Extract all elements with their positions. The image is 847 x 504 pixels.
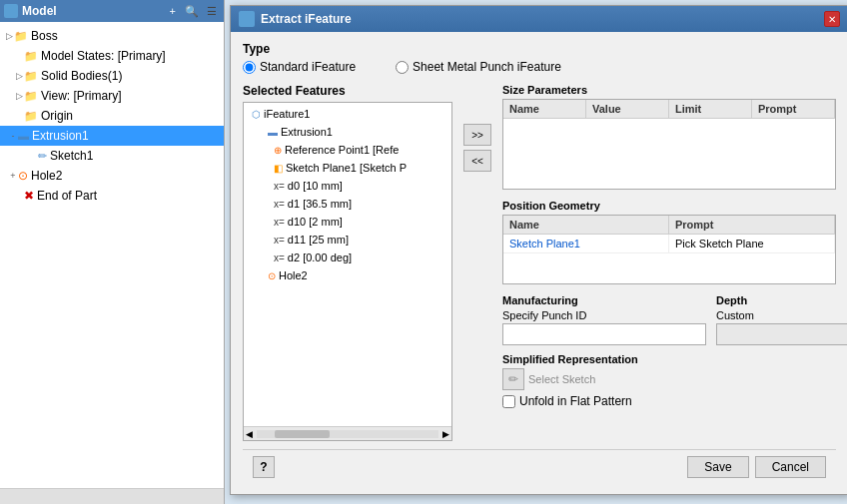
features-scrollbar[interactable]: ◀ ▶	[244, 426, 451, 440]
feat-label-d11: d11 [25 mm]	[288, 234, 349, 246]
feat-d10[interactable]: x= d10 [2 mm]	[246, 213, 449, 231]
cancel-button[interactable]: Cancel	[755, 456, 826, 478]
standard-label: Standard iFeature	[260, 60, 356, 74]
type-row: Standard iFeature Sheet Metal Punch iFea…	[243, 60, 836, 74]
feat-label-d0: d0 [10 mm]	[288, 180, 343, 192]
extract-ifeature-dialog: Extract iFeature ✕ Type Standard iFeatur…	[230, 5, 847, 495]
select-sketch-button[interactable]: ✏	[502, 368, 524, 390]
expand-solid-bodies[interactable]: ▷	[14, 71, 24, 81]
tree-item-view[interactable]: ▷ 📁 View: [Primary]	[0, 86, 224, 106]
feat-label-d2: d2 [0.00 deg]	[288, 252, 352, 263]
pos-col-name: Name	[503, 216, 669, 234]
scroll-right-btn[interactable]: ▶	[442, 429, 451, 439]
add-tab-btn[interactable]: +	[170, 5, 176, 17]
tree-item-extrusion1[interactable]: - ▬ Extrusion1	[0, 126, 224, 146]
feat-sketchplane1[interactable]: ◧ Sketch Plane1 [Sketch P	[246, 159, 449, 177]
tree-item-sketch1[interactable]: ✏ Sketch1	[0, 146, 224, 166]
tree-label-solid-bodies: Solid Bodies(1)	[41, 69, 122, 83]
sketch-icon-sketch1: ✏	[38, 150, 47, 163]
size-params-label: Size Parameters	[502, 84, 836, 96]
size-params-header: Name Value Limit Prompt	[503, 100, 835, 119]
feat-ifeature1[interactable]: ⬡ iFeature1	[246, 105, 449, 123]
close-button[interactable]: ✕	[824, 11, 840, 27]
standard-radio[interactable]	[243, 61, 256, 74]
tree-label-sketch1: Sketch1	[50, 149, 93, 163]
pos-name-sketchplane1: Sketch Plane1	[503, 235, 669, 252]
feat-label-sketchplane1: Sketch Plane1 [Sketch P	[286, 162, 407, 174]
feat-label-d10: d10 [2 mm]	[288, 216, 343, 228]
select-sketch-icon: ✏	[508, 372, 518, 386]
feat-extrusion1[interactable]: ▬ Extrusion1	[246, 123, 449, 141]
extrusion-icon: ▬	[268, 127, 278, 138]
punch-id-input[interactable]	[502, 323, 706, 345]
size-params-body	[503, 119, 835, 189]
simplified-section: Simplified Representation ✏ Select Sketc…	[502, 353, 706, 408]
col-name: Name	[503, 100, 586, 118]
position-geo-panel: Name Prompt Sketch Plane1 Pick Sketch Pl…	[502, 215, 836, 284]
tree-label-hole2: Hole2	[31, 169, 62, 183]
feat-hole2[interactable]: ⊙ Hole2	[246, 266, 449, 284]
tree-item-hole2[interactable]: + ⊙ Hole2	[0, 166, 224, 186]
feat-label-refpoint1: Reference Point1 [Refe	[285, 144, 399, 156]
expand-extrusion1[interactable]: -	[8, 131, 18, 141]
depth-value-label: Custom	[716, 309, 836, 321]
tree-item-solid-bodies[interactable]: ▷ 📁 Solid Bodies(1)	[0, 66, 224, 86]
tree-item-boss[interactable]: ▷ 📁 Boss	[0, 26, 224, 46]
col-value: Value	[586, 100, 669, 118]
expand-hole2[interactable]: +	[8, 171, 18, 181]
tree-item-origin[interactable]: 📁 Origin	[0, 106, 224, 126]
folder-icon-origin: 📁	[24, 110, 38, 123]
feat-d11[interactable]: x= d11 [25 mm]	[246, 231, 449, 249]
standard-option[interactable]: Standard iFeature	[243, 60, 356, 74]
folder-icon-solid-bodies: 📁	[24, 70, 38, 83]
feature-icon-extrusion1: ▬	[18, 130, 29, 142]
remove-arrow-button[interactable]: <<	[463, 150, 491, 172]
model-tree-panel: Model + 🔍 ☰ ▷ 📁 Boss 📁 Model States: [Pr…	[0, 0, 225, 504]
param-icon-d10: x=	[274, 217, 285, 228]
menu-icon[interactable]: ☰	[204, 3, 220, 19]
selected-features-col: Selected Features ⬡ iFeature1 ▬	[243, 84, 452, 441]
feat-d2[interactable]: x= d2 [0.00 deg]	[246, 249, 449, 266]
scroll-thumb	[275, 430, 330, 438]
features-tree[interactable]: ⬡ iFeature1 ▬ Extrusion1 ⊕ Reference	[244, 103, 451, 426]
main-content: Selected Features ⬡ iFeature1 ▬	[243, 84, 836, 441]
feat-label-d1: d1 [36.5 mm]	[288, 198, 352, 210]
depth-section: Depth Custom ▶	[716, 294, 836, 408]
tree-scrollbar[interactable]	[0, 488, 224, 504]
unfold-checkbox[interactable]	[502, 395, 515, 408]
sheet-metal-radio[interactable]	[396, 61, 409, 74]
sheet-metal-option[interactable]: Sheet Metal Punch iFeature	[396, 60, 561, 74]
dialog-title: Extract iFeature	[261, 12, 824, 26]
model-tree: ▷ 📁 Boss 📁 Model States: [Primary] ▷ 📁 S…	[0, 22, 224, 488]
sketchplane-icon: ◧	[274, 163, 283, 174]
expand-view[interactable]: ▷	[14, 91, 24, 101]
feat-label-hole2: Hole2	[279, 269, 308, 281]
help-button[interactable]: ?	[253, 456, 275, 478]
save-button[interactable]: Save	[687, 456, 748, 478]
dialog-footer: ? Save Cancel	[243, 449, 836, 484]
search-icon[interactable]: 🔍	[184, 3, 200, 19]
size-params-panel: Name Value Limit Prompt	[502, 99, 836, 190]
feat-d0[interactable]: x= d0 [10 mm]	[246, 177, 449, 195]
col-limit: Limit	[669, 100, 752, 118]
depth-input[interactable]	[716, 323, 847, 345]
feat-label-ifeature1: iFeature1	[264, 108, 310, 120]
pos-prompt-sketchplane1: Pick Sketch Plane	[669, 235, 835, 252]
scroll-track[interactable]	[257, 430, 438, 438]
tree-item-end-of-part[interactable]: ✖ End of Part	[0, 186, 224, 206]
folder-icon-view: 📁	[24, 90, 38, 103]
depth-label: Depth	[716, 294, 836, 306]
scroll-left-btn[interactable]: ◀	[244, 429, 253, 439]
add-arrow-button[interactable]: >>	[463, 124, 491, 146]
feat-d1[interactable]: x= d1 [36.5 mm]	[246, 195, 449, 213]
param-icon-d11: x=	[274, 235, 285, 246]
dialog-icon	[239, 11, 255, 27]
folder-icon-model-states: 📁	[24, 50, 38, 63]
left-titlebar: Model + 🔍 ☰	[0, 0, 224, 22]
tree-item-model-states[interactable]: 📁 Model States: [Primary]	[0, 46, 224, 66]
pos-col-prompt: Prompt	[669, 216, 835, 234]
expand-boss[interactable]: ▷	[4, 31, 14, 41]
feat-refpoint1[interactable]: ⊕ Reference Point1 [Refe	[246, 141, 449, 159]
help-icon: ?	[260, 460, 267, 474]
hole-icon-hole2: ⊙	[18, 169, 28, 183]
